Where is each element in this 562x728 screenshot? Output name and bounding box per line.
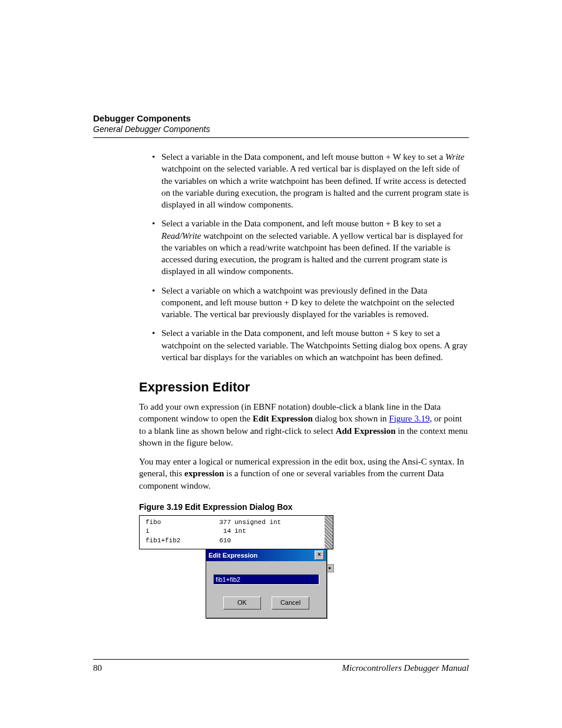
table-row: fibo 377 unsigned int <box>146 518 329 527</box>
var-name: i <box>146 527 199 536</box>
dialog-body: OK Cancel <box>206 561 326 618</box>
list-item: Select a variable in the Data component,… <box>152 327 469 363</box>
bullet-list: Select a variable in the Data component,… <box>152 151 469 363</box>
table-row: i 14 int <box>146 527 329 536</box>
close-icon[interactable]: × <box>315 551 324 560</box>
expression-input[interactable] <box>213 574 319 585</box>
footer-rule <box>93 659 469 660</box>
list-item: Select a variable in the Data component,… <box>152 218 469 277</box>
manual-title: Microcontrollers Debugger Manual <box>342 663 469 673</box>
header-subtitle: General Debugger Components <box>93 124 469 134</box>
table-row: fib1+fib2 610 <box>146 536 329 545</box>
list-text: Select a variable in the Data component,… <box>161 152 445 162</box>
header-rule <box>93 137 469 138</box>
list-text: Select a variable in the Data component,… <box>161 328 468 362</box>
emphasis: Read/Write <box>161 231 201 241</box>
var-name: fibo <box>146 518 199 527</box>
header-title: Debugger Components <box>93 113 469 123</box>
var-value: 14 <box>199 527 234 536</box>
var-type <box>234 536 329 545</box>
scrollbar[interactable] <box>325 516 333 549</box>
paragraph: To add your own expression (in EBNF nota… <box>139 401 469 449</box>
page-number: 80 <box>93 663 102 673</box>
var-name: fib1+fib2 <box>146 536 199 545</box>
bold-text: Add Expression <box>336 426 396 436</box>
bold-text: expression <box>184 469 224 478</box>
dialog-titlebar: Edit Expression × <box>206 549 326 561</box>
bold-text: Edit Expression <box>253 414 313 423</box>
list-text: watchpoint on the selected variable. A y… <box>161 231 463 276</box>
dialog-title-text: Edit Expression <box>209 552 257 559</box>
list-item: Select a variable in the Data component,… <box>152 151 469 210</box>
ok-button[interactable]: OK <box>223 597 261 610</box>
cancel-button[interactable]: Cancel <box>272 597 309 610</box>
data-window: fibo 377 unsigned int i 14 int fib1+fib2… <box>139 515 333 549</box>
var-type: unsigned int <box>234 518 329 527</box>
var-type: int <box>234 527 329 536</box>
list-text: Select a variable on which a watchpoint … <box>161 286 454 319</box>
var-value: 377 <box>199 518 234 527</box>
figure: fibo 377 unsigned int i 14 int fib1+fib2… <box>139 515 469 619</box>
list-item: Select a variable on which a watchpoint … <box>152 285 469 321</box>
edit-expression-dialog: Edit Expression × OK Cancel <box>206 549 327 618</box>
section-heading: Expression Editor <box>139 380 469 395</box>
figure-link[interactable]: Figure 3.19 <box>389 414 429 423</box>
body-text: dialog box shown in <box>313 414 389 423</box>
emphasis: Write <box>445 152 465 162</box>
page-footer: 80 Microcontrollers Debugger Manual <box>93 659 469 673</box>
figure-caption: Figure 3.19 Edit Expression Dialog Box <box>139 502 469 512</box>
list-text: watchpoint on the selected variable. A r… <box>161 164 469 209</box>
running-header: Debugger Components General Debugger Com… <box>93 113 469 134</box>
paragraph: You may enter a logical or numerical exp… <box>139 456 469 492</box>
scroll-arrow-icon[interactable]: ▸ <box>326 564 334 572</box>
var-value: 610 <box>199 536 234 545</box>
list-text: Select a variable in the Data component,… <box>161 219 441 228</box>
data-pane: fibo 377 unsigned int i 14 int fib1+fib2… <box>140 516 333 549</box>
